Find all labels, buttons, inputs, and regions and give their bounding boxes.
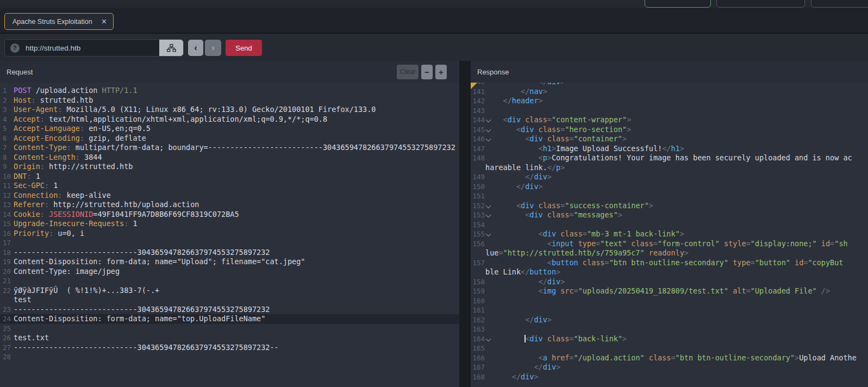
code-line: lue="http://strutted.htb/s/759a95c7" rea… (471, 248, 868, 258)
help-section[interactable]: ? (5, 40, 24, 56)
line-number: 13 (0, 200, 14, 210)
top-partial-button-2[interactable] (811, 0, 868, 8)
request-panel-title: Request (7, 68, 33, 76)
code-line: 140 </div> (471, 83, 868, 87)
line-number: 22 (0, 286, 14, 296)
code-text: <input type="text" class="form-control" … (485, 239, 868, 249)
code-line: 18----------------------------3043659478… (0, 248, 459, 258)
line-number: 152 (471, 201, 485, 211)
code-text: Cookie: JSESSIONID=49F1041FF9A7D8B6F69CF… (14, 210, 459, 220)
line-number: 15 (0, 219, 14, 229)
replay-window: Apache Struts Exploitation × ? ‹ › (0, 0, 868, 387)
request-editor[interactable]: 1POST /upload.action HTTP/1.12Host: stru… (0, 83, 459, 387)
response-editor[interactable]: 140 </div>141 </nav>142 </header>143144 … (471, 83, 868, 387)
line-number: 26 (0, 333, 14, 343)
line-number: 154 (471, 220, 485, 230)
code-text: Content-Disposition: form-data; name="Up… (14, 257, 459, 267)
code-text: <div class="hero-section"> (485, 125, 868, 135)
code-text: test (14, 295, 459, 305)
line-number: 145 (471, 125, 485, 135)
code-text: Content-Type: image/jpeg (14, 267, 459, 277)
line-number: 27 (0, 343, 14, 353)
code-line: test (0, 295, 459, 305)
url-input-group: ? (4, 39, 184, 57)
response-panel-title: Response (477, 68, 509, 76)
top-partial-button-1[interactable] (716, 0, 805, 8)
code-line: 151 (471, 191, 868, 201)
increase-font-button[interactable]: + (435, 65, 447, 79)
line-number: 10 (0, 172, 14, 182)
code-line: 23----------------------------3043659478… (0, 305, 459, 315)
code-line: 155 <div class="mb-3 mt-1 back-link"> (471, 229, 868, 239)
tab-apache-struts-exploitation[interactable]: Apache Struts Exploitation × (4, 13, 114, 30)
code-text: </div> (485, 172, 868, 182)
url-input[interactable] (24, 40, 159, 56)
code-text: Connection: keep-alive (14, 191, 459, 201)
code-line: 14Cookie: JSESSIONID=49F1041FF9A7D8B6F69… (0, 210, 459, 220)
code-text: <div class="container"> (485, 134, 868, 144)
line-number (0, 295, 14, 305)
code-text: </div> (485, 315, 868, 325)
line-number: 7 (0, 143, 14, 153)
code-line: 144 <div class="content-wrapper"> (471, 115, 868, 125)
line-number: 14 (0, 210, 14, 220)
code-text: <div class="messages"> (485, 210, 868, 220)
code-line: 145 <div class="hero-section"> (471, 125, 868, 135)
code-text: Sec-GPC: 1 (14, 181, 459, 191)
help-icon[interactable]: ? (10, 43, 20, 53)
line-number: 4 (0, 115, 14, 124)
line-number: 148 (471, 153, 485, 163)
code-text: Upgrade-Insecure-Requests: 1 (14, 219, 459, 229)
code-text: <div class="success-container"> (485, 201, 868, 211)
code-line: 20Content-Type: image/jpeg (0, 267, 459, 277)
line-number: 157 (471, 258, 485, 268)
line-number: 165 (471, 344, 485, 353)
code-line: ble Link</button> (471, 267, 868, 277)
top-partial-button-green[interactable] (645, 0, 711, 8)
code-text: </div> (485, 372, 868, 382)
line-number (471, 163, 485, 173)
code-line: 17 (0, 238, 459, 248)
code-text: Accept-Encoding: gzip, deflate (14, 134, 459, 143)
code-text: User-Agent: Mozilla/5.0 (X11; Linux x86_… (14, 105, 459, 115)
line-number: 167 (471, 363, 485, 372)
line-number: 159 (471, 286, 485, 296)
code-text (485, 296, 868, 306)
line-number: 17 (0, 238, 14, 248)
line-number: 6 (0, 134, 14, 143)
code-text (485, 305, 868, 315)
line-number: 168 (471, 372, 485, 382)
code-line: 27----------------------------3043659478… (0, 343, 459, 353)
line-number: 162 (471, 315, 485, 325)
clear-button[interactable]: Clear (397, 65, 419, 79)
code-text: <h1>Image Upload Successful!</h1> (485, 144, 868, 154)
decrease-font-button[interactable]: − (421, 65, 433, 79)
line-number: 21 (0, 276, 14, 286)
code-text (485, 220, 868, 230)
code-text: ----------------------------304365947826… (14, 248, 459, 258)
history-back-button[interactable]: ‹ (188, 40, 203, 56)
code-line: 141 </nav> (471, 87, 868, 97)
code-text: lue="http://strutted.htb/s/759a95c7" rea… (485, 248, 868, 258)
code-text: ----------------------------304365947826… (14, 305, 459, 315)
line-number: 164 (471, 334, 485, 344)
code-line: 19Content-Disposition: form-data; name="… (0, 257, 459, 267)
code-line: 156 <input type="text" class="form-contr… (471, 239, 868, 249)
code-line: 163 (471, 324, 868, 334)
code-text: Content-Disposition: form-data; name="to… (14, 314, 459, 324)
code-line: hareable link.</p> (471, 163, 868, 173)
line-number: 153 (471, 210, 485, 220)
line-number: 1 (0, 86, 14, 96)
code-text: Content-Length: 3844 (14, 153, 459, 163)
code-text: <div class="content-wrapper"> (485, 115, 868, 125)
url-toolbar: ? ‹ › Send (0, 34, 868, 61)
code-line: 159 <img src="uploads/20250419_182809/te… (471, 286, 868, 296)
send-button[interactable]: Send (226, 40, 262, 56)
close-icon[interactable]: × (102, 17, 107, 26)
history-forward-button[interactable]: › (205, 40, 221, 56)
line-number: 9 (0, 162, 14, 172)
code-line: 7Content-Type: multipart/form-data; boun… (0, 143, 459, 153)
panels-area: Request Clear − + 1POST /upload.action H… (0, 61, 868, 387)
sitemap-button[interactable] (159, 40, 183, 56)
code-line: 150 </div> (471, 182, 868, 192)
